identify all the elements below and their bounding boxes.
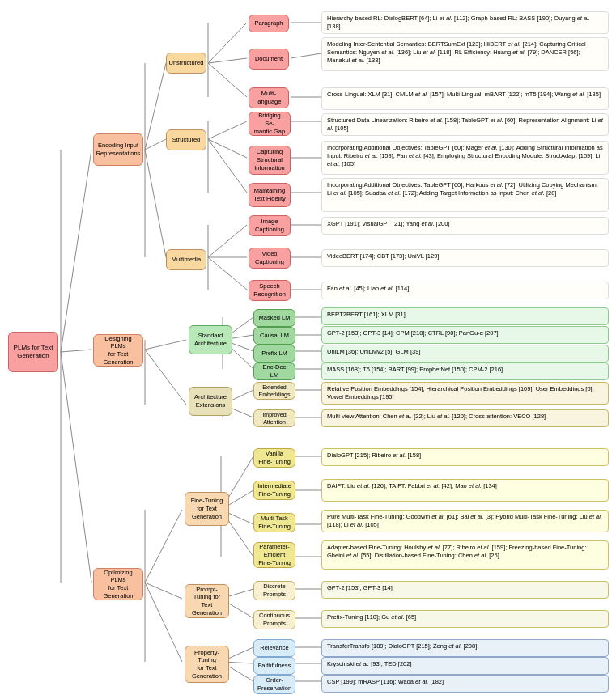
content-intermediate: DAIFT: Liu et al. [126]; TAIFT: Fabbri e… (321, 479, 609, 502)
content-document: Modeling Inter-Sentential Semantics: BER… (321, 37, 609, 71)
content-prefix: UniLM [36]; UniLMv2 [5]; GLM [39] (321, 345, 609, 362)
video-node: VideoCaptioning (249, 248, 291, 269)
faithfulness-node: Faithfulness (253, 657, 295, 675)
content-video: VideoBERT [174]; CBT [173]; UniVL [129] (321, 249, 609, 267)
maintaining-node: MaintainingText Fidelity (249, 183, 291, 207)
encdec-node: Enc-Dec LM (253, 362, 295, 380)
svg-line-6 (145, 150, 166, 257)
content-multitask: Pure Multi-Task Fine-Tuning: Goodwin et … (321, 510, 609, 532)
content-causal: GPT-2 [153]; GPT-3 [14]; CPM [218]; CTRL… (321, 326, 609, 344)
improved-node: ImprovedAttention (253, 409, 295, 427)
content-encdec: MASS [168]; T5 [154]; BART [99]; Prophet… (321, 362, 609, 380)
intermediate-node: IntermediateFine-Tuning (253, 481, 295, 500)
svg-line-21 (145, 350, 186, 405)
paragraph-node: Paragraph (249, 15, 289, 32)
unstructured-node: Unstructured (166, 53, 206, 74)
param-node: Parameter-EfficientFine-Tuning (253, 542, 295, 568)
svg-line-0 (61, 150, 91, 352)
continuous-node: ContinuousPrompts (253, 610, 295, 629)
document-node: Document (249, 49, 289, 70)
content-faithfulness: Kryscinski et al. [93]; TED [202] (321, 657, 609, 675)
capturing-node: CapturingStructuralInformation (249, 146, 291, 175)
diagram-container: PLMs for TextGeneration Encoding InputRe… (0, 0, 616, 695)
designing-node: Designing PLMsfor Text Generation (93, 334, 143, 367)
extended-node: ExtendedEmbeddings (253, 382, 295, 400)
content-discrete: GPT-2 [153]; GPT-3 [14] (321, 581, 609, 599)
speech-node: SpeechRecognition (249, 280, 291, 301)
order-node: Order-Preservation (253, 675, 295, 694)
content-extended: Relative Position Embeddings [154]; Hier… (321, 382, 609, 405)
encoding-node: Encoding InputRepresentations (93, 133, 143, 166)
relevance-node: Relevance (253, 639, 295, 657)
content-speech: Fan et al. [45]; Liao et al. [114] (321, 282, 609, 299)
svg-line-8 (208, 23, 247, 63)
svg-line-2 (61, 352, 91, 583)
svg-line-14 (208, 139, 247, 193)
image-node: ImageCaptioning (249, 215, 291, 236)
content-image: XGPT [191]; VisualGPT [21]; Yang et al. … (321, 217, 609, 235)
content-param: Adapter-based Fine-Tuning: Houlsby et al… (321, 540, 609, 570)
svg-line-9 (208, 58, 247, 63)
content-vanilla: DialoGPT [215]; Ribeiro et al. [158] (321, 448, 609, 466)
masked-node: Masked LM (253, 309, 295, 327)
vanilla-node: VanillaFine-Tuning (253, 448, 295, 468)
svg-line-32 (145, 583, 182, 599)
structured-node: Structured (166, 129, 206, 150)
svg-line-20 (145, 340, 186, 350)
standard-node: StandardArchitecture (189, 325, 232, 354)
content-relevance: TransferTransfo [189]; DialoGPT [215]; Z… (321, 639, 609, 657)
causal-node: Causal LM (253, 327, 295, 345)
finetuning-node: Fine-Tuningfor TextGeneration (185, 492, 229, 526)
content-continuous: Prefix-Tuning [110]; Gu et al. [65] (321, 610, 609, 628)
multitask-node: Multi-TaskFine-Tuning (253, 513, 295, 532)
content-capturing: Incorporating Additional Objectives: Tab… (321, 141, 609, 175)
svg-line-1 (61, 350, 91, 352)
multilang-node: Multi-language (249, 87, 289, 108)
content-order: CSP [199]; mRASP [116]; Wada et al. [182… (321, 675, 609, 693)
prompt-node: Prompt-Tuning forText Generation (185, 584, 229, 618)
svg-line-48 (291, 53, 321, 58)
property-node: Property-Tuningfor TextGeneration (185, 646, 229, 683)
content-masked: BERT2BERT [161]; XLM [31] (321, 307, 609, 325)
discrete-node: DiscretePrompts (253, 581, 295, 600)
content-improved: Multi-view Attention: Chen et al. [22]; … (321, 409, 609, 427)
content-multilang: Cross-Lingual: XLM [31]; CMLM et al. [15… (321, 87, 609, 110)
optimizing-node: Optimizing PLMsfor Text Generation (93, 568, 143, 600)
root-node: PLMs for TextGeneration (8, 332, 58, 372)
prefix-node: Prefix LM (253, 345, 295, 362)
svg-line-4 (145, 63, 166, 150)
bridging-node: Bridging Se-mantic Gap (249, 112, 291, 136)
arch-ext-node: ArchitectureExtensions (189, 387, 232, 416)
content-maintaining: Incorporating Additional Objectives: Tab… (321, 178, 609, 212)
content-bridging: Structured Data Linearization: Ribeiro e… (321, 113, 609, 136)
svg-line-13 (208, 139, 247, 158)
multimedia-node: Multimedia (166, 249, 206, 270)
svg-line-16 (208, 225, 247, 257)
svg-line-18 (208, 257, 247, 290)
svg-line-5 (145, 139, 166, 150)
svg-line-10 (208, 63, 247, 97)
svg-line-31 (145, 510, 182, 583)
svg-line-12 (208, 121, 247, 139)
svg-line-33 (145, 583, 182, 662)
content-paragraph: Hierarchy-based RL: DialogBERT [64]; Li … (321, 11, 609, 34)
